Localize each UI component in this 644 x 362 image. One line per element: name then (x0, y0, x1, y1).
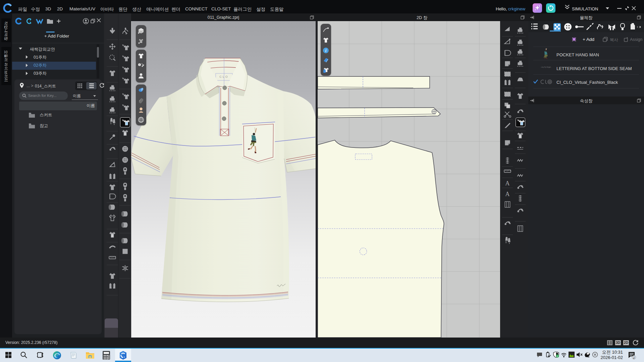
svg-text:2: 2 (633, 356, 635, 359)
svg-text:A: A (505, 180, 510, 187)
svg-text:CLO: CLO (219, 75, 229, 78)
svg-text:A: A (505, 191, 510, 197)
